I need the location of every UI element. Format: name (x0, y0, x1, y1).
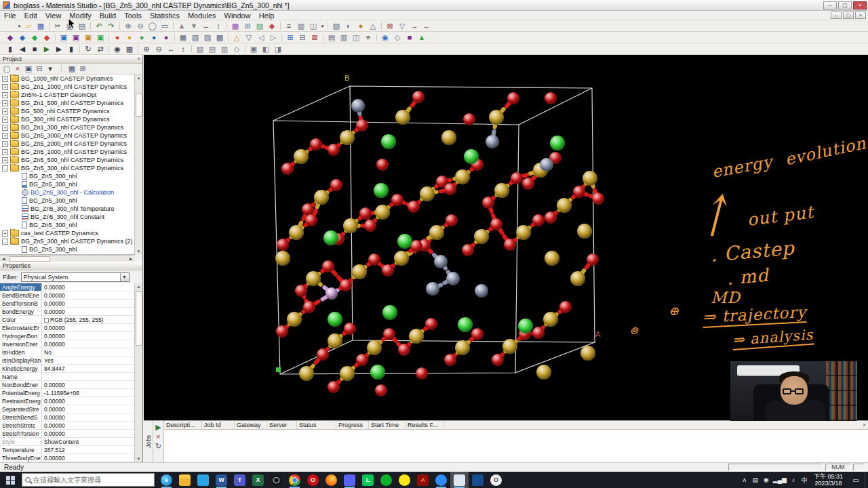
toolbar-icon[interactable]: ↕ (177, 44, 189, 54)
toolbar-icon[interactable] (243, 44, 248, 54)
tree-item[interactable]: - BG_Zn5_300_nhl CASTEP Dynamics (0, 164, 134, 172)
project-toolbar-icon[interactable]: × (12, 64, 23, 74)
property-row[interactable]: Color RGB (255, 255, 255) (0, 316, 134, 324)
toolbar-icon[interactable] (77, 44, 82, 54)
taskbar-app-button[interactable] (377, 472, 395, 488)
property-value-cell[interactable]: No (42, 348, 134, 356)
property-value-cell[interactable]: 0.00000 (42, 422, 134, 429)
taskbar-app-button[interactable] (395, 472, 414, 488)
tree-item[interactable]: BG_Zn5_300_nhl (0, 180, 134, 188)
menu-item[interactable]: Tools (120, 11, 146, 20)
toolbar-icon[interactable]: ◆ (41, 33, 53, 43)
toolbar-icon[interactable]: ⊕ (140, 44, 153, 54)
property-value-cell[interactable]: 0.00000 (42, 405, 134, 413)
chevron-down-icon[interactable]: ▼ (120, 273, 129, 281)
toolbar-icon[interactable] (278, 21, 283, 31)
toolbar-icon[interactable] (321, 33, 326, 43)
toolbar-icon[interactable]: ◇ (231, 44, 243, 54)
property-row[interactable]: BendTorsionB 0.00000 (0, 300, 134, 308)
scroll-up-icon[interactable]: ▲ (137, 75, 141, 81)
tree-item[interactable]: + BG_Zn1_1000_nhl CASTEP Dynamics (0, 83, 134, 91)
jobs-tab[interactable]: Jobs (144, 421, 153, 463)
property-value-cell[interactable]: Yes (42, 357, 134, 364)
taskbar-app-button[interactable] (194, 472, 212, 488)
toolbar-icon[interactable]: ◨ (272, 44, 284, 54)
toolbar-icon[interactable] (172, 33, 177, 43)
toolbar-icon[interactable]: ↷ (105, 21, 117, 31)
property-row[interactable]: StretchStretc 0.00000 (0, 422, 134, 430)
menu-item[interactable]: View (41, 11, 66, 20)
toolbar-icon[interactable]: ▥ (338, 33, 350, 43)
property-row[interactable]: Style ShowContent (0, 438, 134, 446)
scroll-down-icon[interactable]: ▼ (137, 455, 141, 462)
project-toolbar-icon[interactable]: ⊟ (34, 64, 45, 74)
minimize-button[interactable]: – (823, 1, 837, 9)
toolbar-icon[interactable]: ◆ (16, 33, 28, 43)
property-value-cell[interactable]: 0.00000 (42, 332, 134, 340)
toolbar-icon[interactable]: ▲ (416, 33, 428, 43)
toolbar-icon[interactable] (189, 44, 194, 54)
property-value-cell[interactable]: 0.00000 (42, 340, 134, 348)
toolbar-icon[interactable]: ⊞ (284, 33, 296, 43)
toolbar-icon[interactable]: ◁ (255, 33, 267, 43)
toolbar-icon[interactable] (226, 33, 231, 43)
toolbar-icon[interactable]: ▤ (326, 33, 338, 43)
property-row[interactable]: BondEnergy 0.00000 (0, 308, 134, 316)
tree-item[interactable]: BG_Zn5_300_nhl Temperature (0, 205, 134, 213)
tray-icon[interactable]: 中 (799, 472, 810, 488)
project-toolbar-icon[interactable] (56, 64, 66, 74)
tray-icon[interactable]: ∧ (739, 472, 750, 488)
toolbar-icon[interactable]: ⊠ (384, 21, 396, 31)
tree-item[interactable]: + BG_Zn1_300_nhl CASTEP Dynamics (0, 123, 134, 131)
toolbar-icon[interactable]: ▩ (214, 33, 226, 43)
taskbar-app-button[interactable] (176, 472, 194, 488)
toolbar-icon[interactable]: ← (420, 21, 433, 31)
toolbar-icon[interactable] (47, 21, 52, 31)
property-row[interactable]: StretchBendS 0.00000 (0, 413, 134, 422)
toolbar-icon[interactable]: ● (136, 33, 148, 43)
toolbar-icon[interactable]: ▤ (206, 44, 218, 54)
toolbar-icon[interactable] (279, 33, 284, 43)
jobs-column-header[interactable]: Status (297, 421, 336, 429)
toolbar-icon[interactable]: ◧ (260, 44, 272, 54)
menu-item[interactable]: Help (255, 11, 279, 20)
toolbar-icon[interactable]: ▤ (76, 21, 88, 31)
tree-item[interactable]: + BG_500_nhl CASTEP Dynamics (0, 107, 134, 115)
tree-hscrollbar[interactable]: ◀ ▶ (0, 255, 134, 262)
property-row[interactable]: ElectrostaticEr 0.00000 (0, 324, 134, 332)
menu-item[interactable]: Edit (20, 11, 41, 20)
tree-scrollbar[interactable]: ▲ ▼ (134, 75, 142, 255)
toolbar-icon[interactable]: ▦ (177, 33, 189, 43)
toolbar-icon[interactable]: ◇ (391, 33, 403, 43)
action-center-icon[interactable]: ▭ (847, 472, 865, 488)
toolbar-icon[interactable]: ● (148, 33, 160, 43)
menu-item[interactable]: Modules (184, 11, 220, 20)
toolbar-icon[interactable]: ◆ (266, 21, 278, 31)
expand-toggle-icon[interactable]: + (2, 149, 8, 155)
toolbar-icon[interactable]: ▧ (330, 21, 342, 31)
tree-item[interactable]: BG_Zn5_300_nhl (0, 172, 134, 180)
toolbar-icon[interactable] (106, 44, 111, 54)
toolbar-icon[interactable]: ▩ (229, 21, 241, 31)
property-value-cell[interactable]: 0.00000 (42, 324, 134, 331)
toolbar-icon[interactable]: ▼ (188, 21, 200, 31)
expand-toggle-icon[interactable]: + (2, 76, 8, 82)
toolbar-icon[interactable]: ■ (403, 33, 416, 43)
property-value-cell[interactable]: 0.00000 (42, 413, 134, 421)
scroll-left-icon[interactable]: ◀ (0, 256, 7, 261)
tree-item[interactable]: BG_Zn5_300_nhl (0, 197, 134, 205)
tray-icon[interactable]: ◉ (761, 472, 772, 488)
tray-icon[interactable]: ▂▄▆ (772, 472, 788, 488)
toolbar-icon[interactable]: ▣ (70, 33, 82, 43)
toolbar-icon[interactable]: ◆ (4, 33, 16, 43)
toolbar-icon[interactable] (171, 21, 176, 31)
tree-item[interactable]: + cas_test CASTEP Dynamics (0, 229, 134, 237)
property-row[interactable]: Name (0, 373, 134, 381)
property-row[interactable]: IsHidden No (0, 348, 134, 357)
taskbar-app-button[interactable] (469, 472, 487, 488)
tree-item[interactable]: + Zn5%-1 CASTEP GeomOpt (0, 91, 134, 99)
toolbar-icon[interactable]: ⊖ (134, 21, 146, 31)
property-row[interactable]: InversionEner 0.00000 (0, 340, 134, 348)
property-value-cell[interactable]: -1.11595e+06 (42, 389, 134, 396)
property-value-cell[interactable]: 0.00000 (42, 381, 134, 388)
